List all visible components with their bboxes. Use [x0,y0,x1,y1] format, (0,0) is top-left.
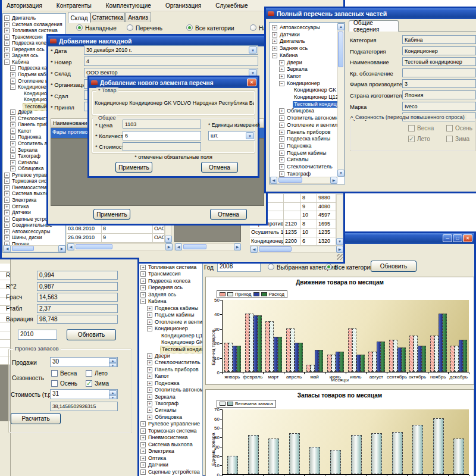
tree-item[interactable]: +Капот [270,73,345,80]
tree-expand-icon[interactable]: + [279,151,284,156]
tree-item[interactable]: +Система выхлопа [139,441,202,448]
tree-expand-icon[interactable]: + [140,271,146,277]
parts-field-input-4[interactable] [402,68,476,77]
menu-item-5[interactable]: Служебные [215,2,248,9]
tree-expand-icon[interactable]: + [4,178,10,184]
tree-expand-icon[interactable]: + [10,166,15,171]
tree-item[interactable]: +Тахограф [139,400,202,407]
tree-expand-icon[interactable]: + [10,134,15,140]
tree-item[interactable]: +Панель приборов [139,367,202,373]
spinner-arrows-icon[interactable]: ▲▼ [109,358,117,366]
calculate-button[interactable]: Расчитать [11,413,61,424]
scroll-up-arrow[interactable]: ▲ [337,23,345,30]
tree-collapse-icon[interactable]: − [4,60,10,65]
radio-1[interactable] [76,24,83,31]
season-checkbox-Весна[interactable] [408,125,415,131]
tree-expand-icon[interactable]: + [10,122,15,127]
tree-item[interactable]: +Автоаксессуары [270,24,345,32]
tree-v-scrollbar[interactable]: ▲▼ [337,23,345,177]
radio-3[interactable] [186,24,193,31]
tree-item[interactable]: +Отопитель автономны [139,387,202,393]
apply-button[interactable]: Применить [115,162,152,173]
tree-item[interactable]: −Кондиционер [139,325,202,332]
tree-item[interactable]: +Стеклоочиститель [139,359,202,366]
scroll-right-arrow[interactable]: ▶ [58,245,65,252]
units-dropdown[interactable]: шт. ▼ [208,131,255,140]
tree-expand-icon[interactable]: + [272,46,277,51]
tree-item[interactable]: +Шины, диски [3,234,65,241]
tree-expand-icon[interactable]: + [279,67,284,72]
scroll-left-arrow[interactable]: ◀ [175,243,182,250]
parts-window-titlebar[interactable]: Полный перечень запасных частей [266,8,476,19]
dates-h-scrollbar[interactable]: ◀▶ [67,243,173,250]
tree-item[interactable]: +Электрика [139,448,202,455]
tree-expand-icon[interactable]: + [4,40,10,46]
scroll-left-arrow[interactable]: ◀ [270,177,277,184]
tree-expand-icon[interactable]: + [4,28,10,33]
tab-2[interactable]: Статистика [90,12,125,22]
tree-h-scrollbar[interactable]: ◀▶ [3,245,65,252]
stats-refresh-button[interactable]: Обновить [67,329,116,340]
tree-item[interactable]: +Задняя ось [270,45,345,52]
tree-item[interactable]: +Рулевое управление [139,421,202,427]
tree-expand-icon[interactable]: + [147,415,152,420]
parts-field-input-5[interactable]: 3 [402,79,476,88]
tree-item[interactable]: Кондиционер GK [270,87,345,94]
tree-item[interactable]: +Система охлаждения [3,21,65,28]
tree-expand-icon[interactable]: + [140,469,146,475]
scroll-down-arrow[interactable]: ▼ [337,170,345,177]
resize-grip[interactable] [337,254,343,260]
tree-item[interactable]: +Двери [139,353,202,359]
tab-3[interactable]: Анализ [125,12,151,22]
scroll-right-arrow[interactable]: ▶ [330,177,337,184]
tree-expand-icon[interactable]: + [10,72,15,77]
tree-expand-icon[interactable]: + [140,428,146,434]
selected-category-radio[interactable] [268,264,274,270]
tree-expand-icon[interactable]: + [140,449,146,454]
item-dialog-titlebar[interactable]: Добавление нового элемента перечня ✕ [89,77,258,88]
tree-expand-icon[interactable]: + [4,173,10,178]
chevron-down-icon[interactable]: ▼ [249,46,257,54]
tree-item[interactable]: −Кабина [139,298,202,305]
tree-expand-icon[interactable]: + [140,435,146,440]
scroll-down-arrow[interactable]: ▼ [165,236,172,243]
tree-item[interactable]: +Облицовка [270,108,345,115]
tree-expand-icon[interactable]: + [279,164,284,170]
tree-collapse-icon[interactable]: − [279,81,284,86]
tree-expand-icon[interactable]: + [10,154,15,159]
tree-item[interactable]: +Зеркала [270,66,345,73]
season-checkbox-Зима[interactable] [86,380,92,387]
invoice-field-input-2[interactable]: 4 [84,57,258,66]
tree-item[interactable]: +Подвеска кабины [139,305,202,312]
items-v-scrollbar[interactable]: ▼ [336,194,343,246]
cancel-button[interactable]: Отмена [210,209,247,220]
tree-item[interactable]: +Панель приборов [270,129,345,136]
tree-item[interactable]: Кондиционер Ц12Н [139,333,202,339]
tree-expand-icon[interactable]: + [147,374,152,379]
tree-expand-icon[interactable]: + [147,320,152,325]
season-checkbox-Лето[interactable] [86,370,92,377]
tab-general-info[interactable]: Общие сведения [349,20,399,32]
tree-expand-icon[interactable]: + [4,191,10,196]
tree-expand-icon[interactable]: + [4,235,10,240]
scroll-right-arrow[interactable]: ▶ [336,246,343,253]
scrollbar-thumb[interactable] [259,246,292,252]
tree-item[interactable]: +Автоаксессуары [3,228,65,235]
tree-expand-icon[interactable]: + [147,387,152,393]
tree-item[interactable]: +Зеркала [139,394,202,400]
tree-item[interactable]: +Сигналы [139,407,202,414]
tree-item[interactable]: +Сигналы [270,156,345,164]
tree-item[interactable]: +Подвеска кабины [270,136,345,143]
tree-expand-icon[interactable]: + [272,25,277,30]
tree-item[interactable]: +Отопление и вентиляц [139,319,202,325]
tree-item[interactable]: +Датчики [139,462,202,468]
tree-item[interactable]: −Кабина [270,52,345,60]
apply-button[interactable]: Применить [93,209,130,220]
tree-item[interactable]: +Подъем кабины [139,312,202,318]
cancel-button[interactable]: Отмена [201,162,238,173]
tree-expand-icon[interactable]: + [4,204,10,209]
tree-expand-icon[interactable]: + [10,129,15,134]
tree-item[interactable]: Тестовый кондицион [270,101,345,108]
tree-item[interactable]: +Двери [270,60,345,67]
tree-expand-icon[interactable]: + [279,157,284,162]
